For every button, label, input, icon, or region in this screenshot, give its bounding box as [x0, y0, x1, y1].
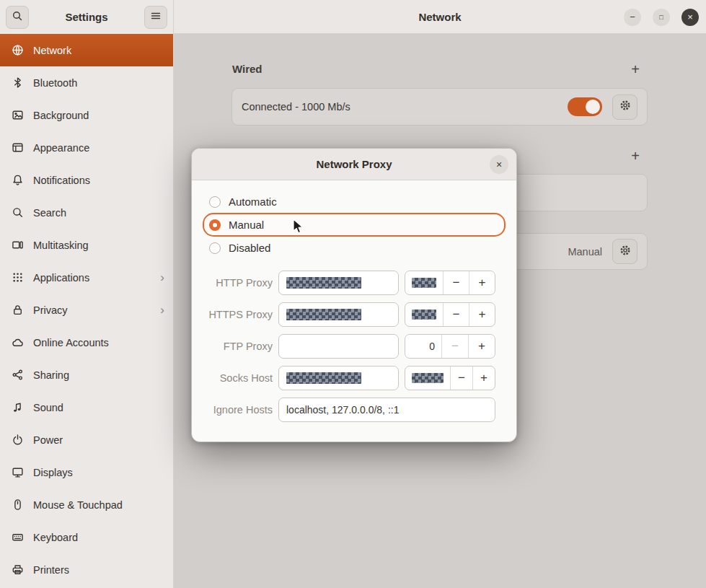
network-proxy-dialog: Network Proxy × Automatic Manual Disable… — [191, 148, 517, 442]
multitasking-icon — [12, 239, 24, 251]
https-proxy-label: HTTPS Proxy — [192, 309, 273, 320]
sidebar-item-label: Keyboard — [33, 532, 78, 543]
sidebar-item-applications[interactable]: Applications › — [0, 261, 173, 294]
sidebar-item-label: Multitasking — [33, 240, 89, 251]
sidebar-item-printers[interactable]: Printers — [0, 553, 173, 586]
search-button[interactable] — [6, 6, 29, 29]
option-label: Disabled — [229, 242, 270, 254]
printer-icon — [12, 563, 24, 576]
minimize-button[interactable]: − — [624, 9, 641, 26]
decrement-button[interactable]: − — [443, 271, 469, 294]
http-proxy-input[interactable] — [278, 271, 399, 295]
proxy-settings-button[interactable] — [612, 239, 637, 264]
background-icon — [12, 109, 24, 121]
decrement-button[interactable]: − — [441, 335, 468, 358]
sidebar-item-label: Appearance — [33, 142, 89, 154]
headerbar: Network − □ × — [174, 0, 706, 34]
wired-section-title: Wired — [232, 63, 262, 75]
proxy-mode-options: Automatic Manual Disabled — [203, 192, 506, 258]
sidebar: Settings Network Bluetooth Background Ap… — [0, 0, 174, 588]
sidebar-item-online-accounts[interactable]: Online Accounts — [0, 326, 173, 359]
monitor-icon — [12, 466, 24, 478]
http-proxy-label: HTTP Proxy — [192, 277, 273, 289]
sidebar-item-network[interactable]: Network — [0, 34, 173, 66]
sidebar-item-multitasking[interactable]: Multitasking — [0, 229, 173, 261]
sidebar-item-background[interactable]: Background — [0, 99, 173, 131]
ftp-proxy-input[interactable] — [278, 334, 399, 359]
https-port-value[interactable] — [405, 303, 443, 326]
sidebar-item-power[interactable]: Power — [0, 424, 173, 456]
http-port-value[interactable] — [405, 271, 443, 294]
plus-icon: + — [479, 276, 486, 290]
sidebar-item-label: Bluetooth — [33, 77, 77, 89]
close-button[interactable]: × — [681, 9, 699, 26]
redacted-value — [286, 309, 361, 320]
plus-icon: + — [480, 371, 487, 385]
http-port-spinner[interactable]: − + — [405, 271, 495, 295]
proxy-form: HTTP Proxy − + HTTPS Proxy − + FTP Proxy… — [192, 271, 516, 422]
menu-button[interactable] — [144, 6, 167, 29]
sidebar-item-mouse-touchpad[interactable]: Mouse & Touchpad — [0, 488, 173, 521]
minus-icon: − — [451, 339, 459, 354]
sidebar-item-notifications[interactable]: Notifications — [0, 164, 173, 196]
wired-settings-button[interactable] — [612, 95, 637, 120]
dialog-header: Network Proxy × — [192, 149, 516, 180]
sidebar-item-bluetooth[interactable]: Bluetooth — [0, 66, 173, 99]
sidebar-item-label: Printers — [33, 564, 69, 576]
dialog-close-button[interactable]: × — [490, 155, 508, 174]
https-port-spinner[interactable]: − + — [405, 302, 495, 327]
sidebar-item-privacy[interactable]: Privacy › — [0, 294, 173, 326]
increment-button[interactable]: + — [472, 367, 495, 390]
redacted-value — [412, 310, 436, 320]
sidebar-item-label: Mouse & Touchpad — [33, 499, 123, 511]
increment-button[interactable]: + — [469, 303, 495, 326]
proxy-mode-value: Manual — [568, 246, 602, 258]
sidebar-item-appearance[interactable]: Appearance — [0, 131, 173, 164]
sidebar-item-keyboard[interactable]: Keyboard — [0, 521, 173, 553]
plus-icon: + — [631, 61, 640, 78]
ignore-hosts-input[interactable]: localhost, 127.0.0.0/8, ::1 — [278, 398, 495, 422]
socks-port-spinner[interactable]: − + — [405, 366, 495, 390]
wired-connection-row[interactable]: Connected - 1000 Mb/s — [231, 88, 648, 126]
decrement-button[interactable]: − — [450, 367, 472, 390]
sidebar-item-search[interactable]: Search — [0, 196, 173, 229]
option-automatic[interactable]: Automatic — [203, 192, 506, 211]
option-manual[interactable]: Manual — [203, 213, 506, 237]
option-disabled[interactable]: Disabled — [203, 238, 506, 258]
bluetooth-icon — [12, 76, 24, 89]
option-label: Automatic — [229, 196, 277, 208]
add-wired-button[interactable]: + — [625, 58, 646, 80]
increment-button[interactable]: + — [468, 335, 495, 358]
socks-port-value[interactable] — [405, 367, 450, 390]
chevron-right-icon: › — [160, 271, 164, 284]
ftp-port-spinner[interactable]: 0 − + — [405, 334, 495, 359]
sidebar-item-label: Network — [33, 45, 71, 56]
ftp-port-value[interactable]: 0 — [405, 335, 441, 358]
decrement-button[interactable]: − — [443, 303, 469, 326]
app-grid-icon — [12, 271, 24, 284]
increment-button[interactable]: + — [469, 271, 495, 294]
connection-status: Connected - 1000 Mb/s — [242, 101, 350, 113]
close-icon: × — [687, 12, 693, 22]
add-vpn-button[interactable]: + — [625, 145, 646, 167]
maximize-button[interactable]: □ — [653, 9, 670, 26]
music-note-icon — [12, 401, 24, 413]
sidebar-item-displays[interactable]: Displays — [0, 456, 173, 488]
socks-host-input[interactable] — [278, 366, 399, 390]
https-proxy-input[interactable] — [278, 302, 399, 327]
cloud-icon — [12, 336, 24, 348]
sidebar-item-sharing[interactable]: Sharing — [0, 359, 173, 391]
sidebar-item-sound[interactable]: Sound — [0, 391, 173, 424]
socks-host-label: Socks Host — [192, 372, 273, 384]
chevron-right-icon: › — [160, 304, 164, 316]
sidebar-item-label: Sharing — [33, 369, 69, 381]
radio-checked-icon — [209, 219, 221, 231]
maximize-icon: □ — [659, 14, 663, 21]
option-label: Manual — [229, 219, 264, 231]
redacted-value — [412, 373, 444, 383]
appearance-icon — [12, 141, 24, 154]
minus-icon: − — [452, 276, 459, 290]
wired-toggle[interactable] — [568, 97, 602, 116]
redacted-value — [286, 277, 361, 289]
close-icon: × — [496, 159, 502, 170]
